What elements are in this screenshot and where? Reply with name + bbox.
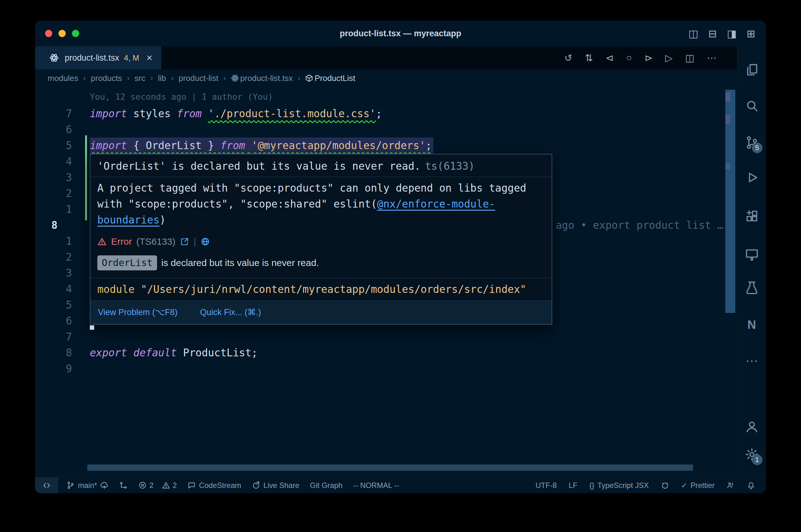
error-description-row: OrderList is declared but its value is n… (90, 249, 552, 278)
breadcrumb-src[interactable]: src (134, 73, 145, 83)
hover-resize-handle[interactable] (90, 325, 94, 330)
search-icon[interactable] (744, 97, 760, 114)
toggle-sidebar-icon[interactable]: ◨ (727, 27, 736, 40)
extensions-icon[interactable] (744, 208, 760, 224)
globe-icon[interactable] (201, 237, 210, 246)
git-graph-item[interactable]: Git Graph (310, 481, 343, 490)
close-window-button[interactable] (45, 30, 52, 37)
explorer-icon[interactable] (744, 61, 760, 78)
view-problem-link[interactable]: View Problem (⌥F8) (98, 304, 177, 320)
line-number: 7 (35, 329, 72, 345)
split-editor-icon[interactable]: ◫ (685, 52, 694, 64)
problems-item[interactable]: 2 2 (138, 481, 177, 490)
git-branch-item[interactable]: main* (66, 481, 109, 490)
breadcrumb-product-list[interactable]: product-list (179, 73, 218, 83)
testing-icon[interactable] (744, 280, 760, 296)
react-file-icon (50, 53, 59, 62)
line-number: 5 (35, 297, 72, 313)
breadcrumb-separator: › (127, 74, 129, 82)
line-number: 7 (35, 106, 72, 121)
error-description: is declared but its value is never read. (161, 256, 319, 269)
react-file-icon (231, 74, 239, 82)
more-actions-icon[interactable]: ⋯ (707, 52, 716, 64)
settings-gear-icon[interactable]: 1 (744, 446, 760, 462)
bell-icon (747, 481, 755, 490)
statusbar-right: UTF-8 LF {} TypeScript JSX ✓ Prettier (535, 481, 766, 490)
codestream-item[interactable]: CodeStream (187, 481, 241, 490)
breadcrumb-modules[interactable]: modules (48, 73, 78, 83)
eslint-diagnostic-message: A project tagged with "scope:products" c… (90, 177, 552, 231)
minimize-window-button[interactable] (58, 30, 66, 37)
remote-indicator[interactable] (35, 477, 58, 493)
code-line[interactable]: 5 import { OrderList } from '@myreactapp… (35, 137, 718, 153)
quick-fix-link[interactable]: Quick Fix... (⌘.) (200, 304, 261, 320)
next-change-icon[interactable]: ⊳ (644, 52, 653, 64)
line-number: 2 (35, 185, 72, 201)
code-line[interactable]: 6 (35, 121, 718, 137)
code-line[interactable]: 9 (35, 361, 718, 377)
code-text: import { OrderList } from '@myreactapp/m… (90, 137, 432, 153)
source-control-icon[interactable]: 5 (744, 134, 760, 151)
customize-layout-icon[interactable]: ⊞ (747, 27, 755, 40)
eol-item[interactable]: LF (568, 481, 577, 490)
ts-diagnostic-message: 'OrderList' is declared but its value is… (90, 154, 552, 177)
live-share-item[interactable]: Live Share (252, 481, 299, 490)
remote-explorer-icon[interactable] (744, 246, 760, 263)
horizontal-scrollbar[interactable] (87, 464, 693, 471)
feedback-icon (727, 481, 735, 490)
breadcrumb-products[interactable]: products (91, 73, 122, 83)
run-file-icon[interactable]: ▷ (665, 52, 673, 64)
toggle-panel-icon[interactable]: ⊟ (708, 27, 717, 40)
run-debug-icon[interactable] (744, 169, 760, 186)
breadcrumb-lib[interactable]: lib (158, 73, 166, 83)
feedback-item[interactable] (727, 481, 735, 490)
zoom-window-button[interactable] (72, 30, 79, 37)
separator-pipe: | (194, 235, 196, 248)
encoding-item[interactable]: UTF-8 (535, 481, 557, 490)
previous-change-icon[interactable]: ⊲ (605, 52, 614, 64)
open-external-icon[interactable] (180, 237, 189, 246)
breadcrumb-separator: › (83, 74, 86, 82)
breadcrumb-symbol[interactable]: ProductList (305, 73, 355, 83)
titlebar: product-list.tsx — myreactapp ◫ ⊟ ◨ ⊞ (35, 21, 766, 46)
comment-bubble-icon (187, 481, 196, 490)
module-path-row: module "/Users/juri/nrwl/content/myreact… (90, 278, 552, 300)
breadcrumb-file[interactable]: product-list.tsx (231, 73, 293, 83)
settings-badge: 1 (752, 455, 763, 465)
cloud-upload-icon (100, 481, 109, 490)
code-text: import styles from './product-list.modul… (90, 106, 382, 121)
window-traffic-lights (45, 30, 79, 37)
notifications-item[interactable] (747, 481, 755, 490)
accounts-icon[interactable] (744, 418, 760, 435)
code-line[interactable]: 8 export default ProductList; (35, 345, 718, 361)
github-item[interactable] (661, 481, 669, 490)
tab-close-icon[interactable]: × (146, 52, 152, 64)
split-editor-layout-icon[interactable]: ◫ (688, 27, 698, 40)
statusbar-left: main* 2 2 CodeStream Live Share (66, 481, 399, 490)
more-views-icon[interactable]: ⋯ (744, 353, 760, 369)
compare-changes-icon[interactable]: ⇅ (585, 52, 593, 64)
vim-mode-indicator[interactable]: -- NORMAL -- (353, 481, 399, 490)
breadcrumb: modules › products › src › lib › product… (35, 70, 737, 87)
code-editor[interactable]: You, 12 seconds ago | 1 author (You) 7 i… (35, 87, 737, 477)
diagnostic-hover-widget: 'OrderList' is declared but its value is… (90, 154, 552, 325)
error-header-row: Error(TS6133) | (90, 231, 552, 249)
open-changes-icon[interactable]: ○ (626, 52, 632, 63)
nx-console-icon[interactable]: N (744, 317, 760, 333)
prettier-item[interactable]: ✓ Prettier (681, 481, 715, 490)
vertical-scrollbar[interactable] (725, 90, 735, 313)
editor-actions: ↺ ⇅ ⊲ ○ ⊳ ▷ ◫ ⋯ (564, 46, 716, 70)
source-control-badge: 5 (752, 142, 763, 153)
timeline-history-icon[interactable]: ↺ (564, 52, 572, 64)
current-line-number: 8 (35, 217, 82, 233)
code-line[interactable]: 7 (35, 329, 718, 345)
braces-icon: {} (589, 481, 594, 490)
hover-widget-wrapper: 'OrderList' is declared but its value is… (90, 154, 552, 325)
breadcrumb-separator: › (150, 74, 153, 82)
gitlens-branch-item[interactable] (119, 481, 128, 490)
language-mode-item[interactable]: {} TypeScript JSX (589, 481, 649, 490)
code-line[interactable]: 7 import styles from './product-list.mod… (35, 106, 718, 121)
gitlens-blame-annotation: You, 12 seconds ago | 1 author (You) (90, 90, 273, 104)
tab-product-list[interactable]: product-list.tsx 4, M × (35, 46, 161, 70)
activity-bar: 5 N ⋯ 1 (737, 46, 766, 477)
